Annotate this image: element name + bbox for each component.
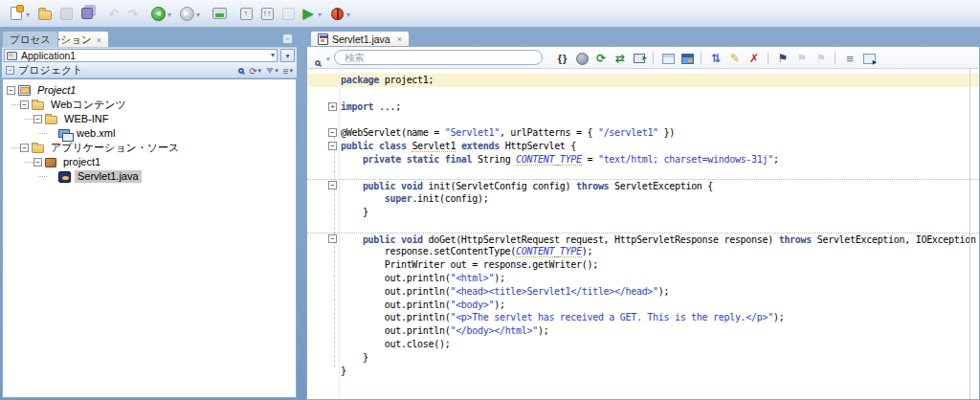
close-icon[interactable]: × — [97, 35, 101, 45]
tree-item-web-inf[interactable]: −WEB-INF — [33, 112, 111, 126]
toolbar-separator — [701, 52, 702, 65]
code-line: } — [307, 351, 979, 365]
tree-item-application-sources[interactable]: −アプリケーション・ソース — [20, 141, 182, 155]
redo-button[interactable]: ↷ — [124, 5, 142, 22]
search-input[interactable]: 検索 — [334, 50, 543, 65]
application-selector-value: Application1 — [21, 50, 76, 61]
synchronize-icon[interactable]: ⟳ — [592, 51, 610, 66]
line-wrap-icon[interactable]: ≡ — [841, 51, 858, 66]
application-icon — [7, 52, 17, 60]
workspace-selector-row: Application1 ▾ ▾ — [2, 47, 297, 62]
collapse-section-icon[interactable]: − — [6, 66, 14, 75]
preview-icon[interactable] — [679, 51, 696, 66]
database-connections-button[interactable] — [211, 5, 228, 22]
export-icon[interactable] — [631, 51, 648, 66]
forward-button[interactable]: ▶ — [178, 5, 195, 22]
undo-button[interactable]: ↶ — [105, 5, 122, 22]
search-options-chevron-icon[interactable]: ▾ — [326, 56, 330, 63]
tree-expander-icon[interactable]: − — [20, 144, 29, 152]
left-tab-bar: アプリケーション× プロセス ▫ — [2, 31, 297, 47]
open-button[interactable] — [36, 5, 54, 22]
save-button[interactable] — [57, 5, 75, 22]
new-file-button-chevron-icon[interactable]: ▾ — [26, 11, 30, 19]
make-button[interactable]: ↑ — [237, 5, 255, 22]
application-menu-button[interactable]: ▾ — [280, 49, 295, 62]
run-button-chevron-icon[interactable]: ▾ — [318, 11, 322, 19]
tree-item-label: Servlet1.java — [75, 170, 142, 183]
folder-icon — [32, 101, 44, 110]
code-template-icon[interactable] — [659, 51, 677, 66]
code-line — [307, 113, 979, 126]
filter-icon[interactable]: ▾ — [266, 67, 278, 75]
quick-javadoc-icon[interactable] — [573, 51, 590, 66]
braces-icon[interactable]: {} — [554, 51, 571, 66]
save-all-button[interactable] — [78, 5, 96, 22]
back-button[interactable]: ◀ — [149, 5, 167, 22]
highlight-pen-icon[interactable]: ✎ — [726, 51, 744, 66]
select-in-structure-icon[interactable] — [860, 51, 878, 66]
tree-expander-icon[interactable]: − — [33, 158, 42, 167]
tree-item-label: project1 — [60, 156, 103, 168]
pkg-icon — [45, 158, 56, 167]
code-line: out.println("<head><title>Servlet1</titl… — [307, 285, 979, 299]
tab-processes[interactable]: プロセス — [2, 31, 58, 47]
application-selector[interactable]: Application1 ▾ — [4, 49, 278, 62]
tree-connector — [38, 133, 47, 134]
folder-icon — [32, 144, 44, 153]
fold-toggle[interactable]: − — [328, 181, 337, 189]
code-line — [307, 87, 979, 100]
tree-item-web-content[interactable]: −Webコンテンツ — [20, 98, 129, 112]
projects-header-label: プロジェクト — [18, 63, 83, 78]
tab-servlet1-java[interactable]: Servlet1.java × — [310, 31, 410, 47]
next-bookmark-icon[interactable]: ⚑ — [793, 51, 811, 66]
editor-tab-label: Servlet1.java — [332, 33, 390, 45]
chevron-down-icon: ▾ — [271, 51, 275, 59]
tree-expander-icon[interactable]: − — [20, 100, 29, 109]
tree-item-project1-root[interactable]: −Project1 — [7, 83, 78, 98]
swap-icon[interactable]: ⇄ — [612, 51, 629, 66]
code-line: public void doGet(HttpServletRequest req… — [307, 233, 979, 246]
tree-item-project1-package[interactable]: −project1 — [33, 155, 103, 169]
deploy-button[interactable]: ↑ — [279, 5, 297, 22]
search-icon[interactable] — [315, 53, 321, 70]
new-file-button[interactable] — [8, 5, 25, 22]
tree-connector — [11, 147, 20, 148]
refactor-search-icon[interactable]: ⇅ — [707, 51, 724, 66]
run-button[interactable]: ▶ — [300, 5, 317, 22]
prev-bookmark-icon[interactable]: ⚑ — [813, 51, 830, 66]
code-line: out.println("</body></html>"); — [307, 324, 979, 338]
fold-toggle[interactable]: − — [328, 234, 337, 243]
fold-toggle[interactable]: + — [328, 102, 337, 111]
editor-toolbar: ▾ 検索 {}⟳⇄⇅✎✗⚑⚑⚑≡ — [306, 46, 980, 69]
close-icon[interactable]: × — [397, 34, 402, 44]
toggle-bookmark-icon[interactable]: ⚑ — [774, 51, 791, 66]
tree-expander-icon[interactable]: − — [7, 86, 15, 95]
tree-item-servlet1-java[interactable]: Servlet1.java — [47, 169, 142, 184]
code-line: out.println("<body>"); — [307, 299, 979, 312]
fold-toggle[interactable]: − — [328, 128, 337, 137]
find-in-projects-icon[interactable] — [238, 68, 244, 74]
code-line: private static final String CONTENT_TYPE… — [307, 153, 979, 167]
code-line: super.init(config); — [307, 192, 979, 206]
main-toolbar: ▾↶↷◀▾▶▾↑↑↑↑▶▾▾ — [0, 0, 980, 28]
jdeveloper-window: ▾↶↷◀▾▶▾↑↑↑↑▶▾▾ アプリケーション× プロセス ▫ Applicat… — [0, 0, 980, 400]
tree-expander-icon[interactable]: − — [33, 115, 42, 123]
overview-ruler[interactable] — [969, 69, 980, 399]
view-options-icon[interactable]: ≡▾ — [283, 66, 293, 77]
minimize-panel-icon[interactable]: ▫ — [282, 33, 293, 44]
back-button-chevron-icon[interactable]: ▾ — [167, 11, 171, 19]
tree-item-label: WEB-INF — [61, 113, 111, 125]
search-placeholder: 検索 — [345, 52, 365, 63]
rebuild-button[interactable]: ↑↑ — [258, 5, 276, 22]
fold-toggle[interactable]: − — [328, 142, 337, 150]
forward-button-chevron-icon[interactable]: ▾ — [196, 11, 200, 19]
refresh-icon[interactable]: ⟳▾ — [249, 66, 261, 77]
code-editor[interactable]: package project1;import ...;@WebServlet(… — [306, 69, 980, 400]
folder-icon — [45, 116, 57, 124]
debug-button-chevron-icon[interactable]: ▾ — [346, 11, 350, 19]
debug-button[interactable] — [328, 5, 345, 22]
toolbar-separator — [768, 52, 768, 65]
projects-header-toolbar: ⟳▾ ▾ ≡▾ — [238, 64, 293, 78]
tree-item-web-xml[interactable]: web.xml — [47, 126, 118, 141]
clear-highlight-icon[interactable]: ✗ — [746, 51, 763, 66]
